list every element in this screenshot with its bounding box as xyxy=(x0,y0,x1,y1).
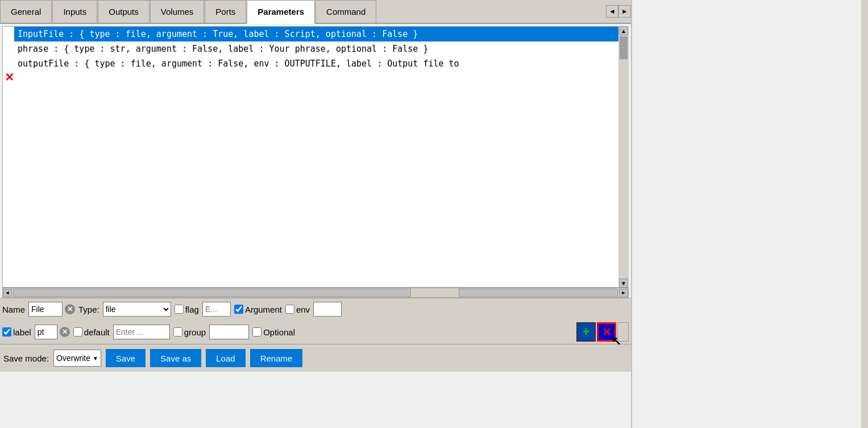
env-label: env xyxy=(296,305,310,314)
tab-ports[interactable]: Ports xyxy=(205,0,246,23)
name-input[interactable] xyxy=(28,302,63,317)
load-button[interactable]: Load xyxy=(206,349,245,367)
extra-button[interactable] xyxy=(617,322,629,342)
tab-parameters[interactable]: Parameters xyxy=(247,0,315,24)
type-label: Type: xyxy=(78,305,99,314)
save-mode-dropdown[interactable]: Overwrite ▼ xyxy=(53,350,101,367)
flag-label: flag xyxy=(185,305,199,314)
right-scrollbar[interactable] xyxy=(861,0,868,428)
tab-general[interactable]: General xyxy=(0,0,52,23)
group-label: group xyxy=(184,327,206,337)
argument-checkbox-wrapper: Argument xyxy=(234,305,282,314)
tab-volumes[interactable]: Volumes xyxy=(150,0,205,23)
tab-inputs[interactable]: Inputs xyxy=(52,0,97,23)
rename-button[interactable]: Rename xyxy=(250,349,303,367)
flag-checkbox[interactable] xyxy=(175,305,184,314)
dropdown-arrow-icon: ▼ xyxy=(93,355,98,361)
save-button[interactable]: Save xyxy=(106,349,146,367)
scroll-thumb[interactable] xyxy=(620,36,628,59)
param-list[interactable]: InputFile : { type : file, argument : Tr… xyxy=(2,26,629,288)
list-item[interactable]: outputFile : { type : file, argument : F… xyxy=(14,56,628,71)
vertical-scrollbar[interactable]: ▲ ▼ xyxy=(618,26,629,288)
delete-row-indicator: ✕ xyxy=(5,70,14,84)
type-select[interactable]: file str int float bool xyxy=(103,302,171,317)
flag-input[interactable] xyxy=(202,302,231,317)
group-checkbox[interactable] xyxy=(173,327,182,336)
scroll-h-thumb[interactable] xyxy=(13,289,411,297)
label-checkbox[interactable] xyxy=(2,327,11,336)
list-item[interactable]: phrase : { type : str, argument : False,… xyxy=(14,41,628,56)
optional-label: Optional xyxy=(263,327,295,337)
tab-outputs[interactable]: Outputs xyxy=(98,0,149,23)
default-label: default xyxy=(84,327,110,337)
argument-label: Argument xyxy=(245,305,282,314)
argument-checkbox[interactable] xyxy=(234,305,243,314)
tab-prev-button[interactable]: ◄ xyxy=(606,5,618,18)
scroll-down-button[interactable]: ▼ xyxy=(619,279,628,288)
scroll-right-button[interactable]: ► xyxy=(619,289,628,297)
name-clear-button[interactable]: ✕ xyxy=(65,304,75,314)
env-input[interactable] xyxy=(313,302,342,317)
tab-command[interactable]: Command xyxy=(315,0,376,23)
list-item[interactable]: InputFile : { type : file, argument : Tr… xyxy=(14,27,628,41)
save-as-button[interactable]: Save as xyxy=(150,349,201,367)
tab-next-button[interactable]: ► xyxy=(618,5,631,18)
delete-param-button[interactable]: ✕ ↖ xyxy=(597,322,616,342)
default-checkbox-wrapper: default xyxy=(73,327,110,337)
scroll-left-button[interactable]: ◄ xyxy=(3,289,12,297)
horizontal-scrollbar[interactable]: ◄ ► xyxy=(2,288,629,298)
right-panel xyxy=(631,0,868,428)
controls-row-1: Name ✕ Type: file str int float bool fla… xyxy=(0,298,631,320)
param-list-wrapper: ✕ InputFile : { type : file, argument : … xyxy=(2,26,629,288)
env-checkbox[interactable] xyxy=(285,305,294,314)
save-mode-label: Save mode: xyxy=(3,354,49,363)
tab-bar: General Inputs Outputs Volumes Ports Par… xyxy=(0,0,631,24)
name-label: Name xyxy=(2,305,25,314)
default-input[interactable] xyxy=(113,325,170,339)
bottom-bar: Save mode: Overwrite ▼ Save Save as Load… xyxy=(0,344,631,372)
flag-checkbox-wrapper: flag xyxy=(175,305,199,314)
add-param-button[interactable]: + xyxy=(576,322,596,342)
label-label: label xyxy=(13,327,31,337)
group-checkbox-wrapper: group xyxy=(173,327,206,337)
optional-checkbox-wrapper: Optional xyxy=(252,327,295,337)
label-input[interactable] xyxy=(35,325,57,339)
scroll-h-thumb-right[interactable] xyxy=(459,289,618,297)
label-clear-button[interactable]: ✕ xyxy=(60,327,70,337)
controls-row-2: label ✕ default group Optional + xyxy=(0,320,631,344)
group-input[interactable] xyxy=(209,325,249,339)
default-checkbox[interactable] xyxy=(73,327,82,336)
label-checkbox-wrapper: label xyxy=(2,327,31,337)
scroll-up-button[interactable]: ▲ xyxy=(619,26,628,35)
optional-checkbox[interactable] xyxy=(252,327,261,336)
env-checkbox-wrapper: env xyxy=(285,305,310,314)
tab-nav: ◄ ► xyxy=(606,0,631,23)
